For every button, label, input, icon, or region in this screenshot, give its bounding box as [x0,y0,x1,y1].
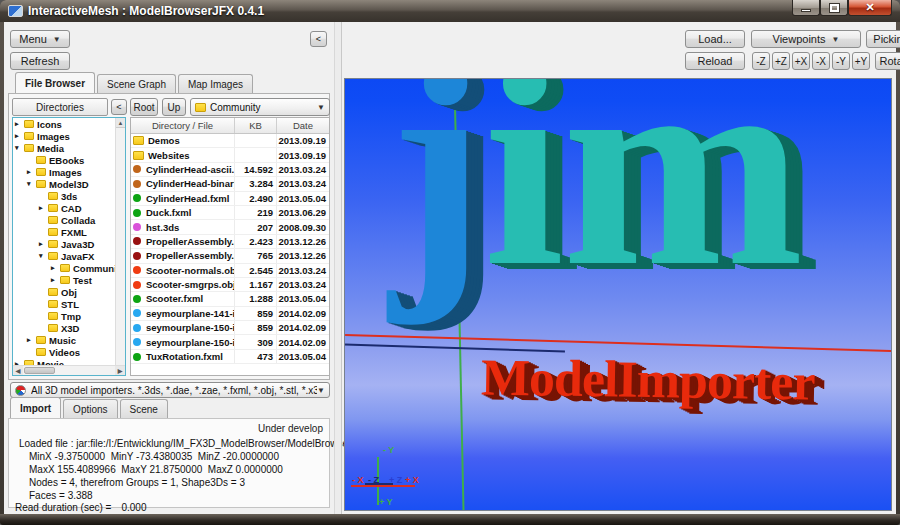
table-row[interactable]: PropellerAssembly.x3dz7652013.12.26 [131,249,329,263]
application-window: InteractiveMesh : ModelBrowserJFX 0.4.1 … [0,0,900,525]
chevron-right-icon[interactable]: ▸ [51,276,60,284]
table-row[interactable]: seymourplane-150-im.zae3092014.02.09 [131,335,329,349]
minimize-button[interactable] [792,0,820,16]
table-row[interactable]: seymourplane-150-im.dae8592014.02.09 [131,321,329,335]
chevron-right-icon[interactable]: ▸ [39,204,48,212]
tree-item-x3d[interactable]: X3D [13,322,125,334]
tree-horizontal-scrollbar[interactable]: ◀ ▶ [13,365,125,375]
table-row[interactable]: Scooter.fxml1.2882013.05.04 [131,292,329,306]
scroll-left-icon[interactable]: ◀ [13,366,23,375]
table-row[interactable]: Duck.fxml2192013.06.29 [131,206,329,220]
root-button[interactable]: Root [130,98,158,116]
tab-scene-graph[interactable]: Scene Graph [97,74,176,94]
collapse-panel-button[interactable]: < [310,31,327,47]
tree-item-obj[interactable]: Obj [13,286,125,298]
menu-button[interactable]: Menu▼ [10,30,70,48]
tree-item-label: EBooks [49,155,84,166]
title-bar[interactable]: InteractiveMesh : ModelBrowserJFX 0.4.1 … [0,0,900,22]
maximize-button[interactable] [820,0,848,16]
table-row[interactable]: TuxRotation.fxml4732013.05.04 [131,350,329,364]
chevron-right-icon[interactable]: ▸ [27,336,36,344]
load-button[interactable]: Load... [685,30,745,48]
file-type-dot-icon [133,252,141,260]
tree-item-videos[interactable]: Videos [13,346,125,358]
chevron-right-icon[interactable]: ▸ [51,264,60,272]
table-row[interactable]: hst.3ds2072008.09.30 [131,220,329,234]
panel-splitter[interactable] [334,22,342,514]
tree-item-label: Videos [49,347,80,358]
table-row[interactable]: Websites2013.09.19 [131,148,329,162]
column-header-date[interactable]: Date [277,118,329,133]
view-minusz-button[interactable]: -Z [752,52,770,70]
chevron-right-icon[interactable]: ▸ [27,168,36,176]
table-header[interactable]: Directory / File KB Date [131,118,329,134]
chevron-right-icon[interactable]: ▸ [15,120,24,128]
tree-item-javafx[interactable]: ▾JavaFX [13,250,125,262]
client-area: Menu▼ < Refresh File BrowserScene GraphM… [4,22,896,514]
scroll-up-icon[interactable]: ▲ [116,118,125,128]
close-button[interactable]: ✕ [848,0,892,16]
view-plusz-button[interactable]: +Z [772,52,790,70]
scroll-right-icon[interactable]: ▶ [115,366,125,375]
view-minusy-button[interactable]: -Y [832,52,850,70]
importer-filter-combobox[interactable]: All 3D model importers. *.3ds, *.dae, *.… [10,382,330,398]
tree-item-icons[interactable]: ▸Icons [13,118,125,130]
tab-scene[interactable]: Scene [120,399,168,419]
tree-vertical-scrollbar[interactable]: ▲ [115,118,125,366]
chevron-down-icon: ▼ [317,386,325,395]
collapse-directories-button[interactable]: < [111,99,127,115]
view-plusy-button[interactable]: +Y [852,52,870,70]
chevron-down-icon[interactable]: ▾ [39,252,48,260]
tree-item-test[interactable]: ▸Test [13,274,125,286]
table-row[interactable]: Demos2013.09.19 [131,134,329,148]
chevron-down-icon[interactable]: ▾ [27,180,36,188]
tree-item-collada[interactable]: Collada [13,214,125,226]
path-combobox[interactable]: Community ▼ [190,98,330,116]
column-header-name[interactable]: Directory / File [131,118,235,133]
up-button[interactable]: Up [162,98,186,116]
view-minusx-button[interactable]: -X [812,52,830,70]
tab-import[interactable]: Import [10,397,61,419]
table-row[interactable]: seymourplane-141-im.dae8592014.02.09 [131,307,329,321]
tree-item-images[interactable]: ▸Images [13,130,125,142]
file-name: CylinderHead.fxml [146,193,229,204]
table-row[interactable]: CylinderHead-binary.stl3.2842013.03.24 [131,177,329,191]
tree-item-tmp[interactable]: Tmp [13,310,125,322]
tab-options[interactable]: Options [63,399,117,419]
tree-item-java3d[interactable]: ▸Java3D [13,238,125,250]
tree-item-media[interactable]: ▾Media [13,142,125,154]
tab-map-images[interactable]: Map Images [178,74,253,94]
tree-item-stl[interactable]: STL [13,298,125,310]
tree-item-community[interactable]: ▸Community [13,262,125,274]
reload-button[interactable]: Reload [685,52,745,70]
tab-file-browser[interactable]: File Browser [15,72,95,94]
tree-item-ebooks[interactable]: EBooks [13,154,125,166]
tree-item-music[interactable]: ▸Music [13,334,125,346]
picking-button[interactable]: Picking▼ [866,30,900,48]
tree-item-3ds[interactable]: 3ds [13,190,125,202]
view-plusx-button[interactable]: +X [792,52,810,70]
tree-item-fxml[interactable]: FXML [13,226,125,238]
refresh-button[interactable]: Refresh [10,52,70,70]
rotation-button[interactable]: Rotation▼ [875,52,900,70]
viewpoints-button[interactable]: Viewpoints▼ [751,30,861,48]
scrollbar-thumb[interactable] [24,367,55,374]
tree-item-model3d[interactable]: ▾Model3D [13,178,125,190]
column-header-kb[interactable]: KB [235,118,277,133]
chevron-down-icon[interactable]: ▾ [15,144,24,152]
chevron-right-icon[interactable]: ▸ [15,132,24,140]
viewport[interactable]: jim ModelImporter - Y + Y - X - Z + Z + … [344,78,892,511]
file-name: Scooter-normals.obj [146,265,235,276]
table-row[interactable]: CylinderHead-ascii.stl14.5922013.03.24 [131,163,329,177]
table-row[interactable]: CylinderHead.fxml2.4902013.05.04 [131,192,329,206]
tree-item-images[interactable]: ▸Images [13,166,125,178]
table-row[interactable]: Scooter-normals.obj2.5452013.03.24 [131,264,329,278]
tree-item-cad[interactable]: ▸CAD [13,202,125,214]
tree-item-label: 3ds [61,191,77,202]
file-name: hst.3ds [146,222,179,233]
directories-header[interactable]: Directories [12,98,108,116]
tree-item-label: Images [49,167,82,178]
chevron-right-icon[interactable]: ▸ [39,240,48,248]
table-row[interactable]: PropellerAssembly.x3d2.4232013.12.26 [131,235,329,249]
table-row[interactable]: Scooter-smgrps.obj1.1672013.03.24 [131,278,329,292]
